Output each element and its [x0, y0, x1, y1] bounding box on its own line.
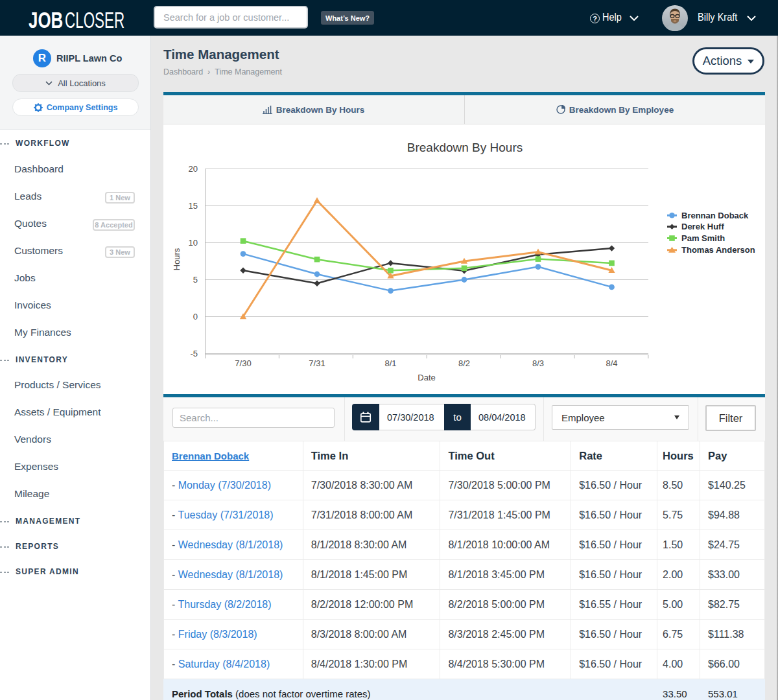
svg-text:Hours: Hours: [172, 248, 182, 270]
svg-text:Date: Date: [418, 373, 435, 382]
svg-text:8/1: 8/1: [384, 358, 396, 368]
svg-text:Breakdown By Hours: Breakdown By Hours: [407, 141, 523, 154]
svg-text:-5: -5: [190, 349, 198, 358]
svg-text:5: 5: [193, 275, 198, 285]
svg-text:10: 10: [189, 238, 198, 248]
svg-text:8/3: 8/3: [532, 358, 544, 368]
svg-text:7/31: 7/31: [309, 358, 325, 368]
svg-text:15: 15: [189, 201, 198, 211]
svg-text:8/4: 8/4: [606, 358, 617, 368]
svg-text:8/2: 8/2: [458, 358, 470, 368]
svg-text:20: 20: [189, 164, 198, 174]
svg-text:Derek Huff: Derek Huff: [681, 222, 724, 231]
svg-text:0: 0: [193, 312, 198, 321]
svg-text:7/30: 7/30: [235, 358, 251, 368]
svg-text:Brennan Doback: Brennan Doback: [681, 211, 749, 220]
svg-text:Thomas Anderson: Thomas Anderson: [681, 245, 755, 255]
svg-text:Pam Smith: Pam Smith: [681, 233, 725, 243]
